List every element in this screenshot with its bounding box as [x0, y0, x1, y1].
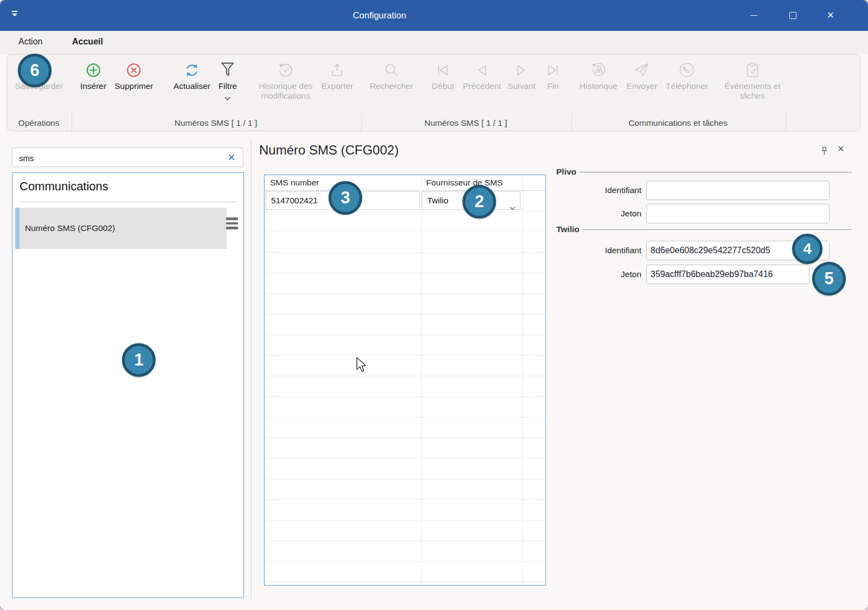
filter-button[interactable]: Filtre — [218, 59, 237, 102]
callout-badge-5: 5 — [812, 262, 846, 296]
selected-item-accent-bar — [15, 208, 20, 249]
minimize-button[interactable] — [741, 4, 766, 26]
twilio-group-title: Twilio — [556, 224, 580, 234]
tab-action[interactable]: Action — [18, 31, 42, 53]
twilio-identifiant-label: Identifiant — [555, 241, 641, 260]
group-rule — [580, 172, 852, 172]
sidebar-search-box: × — [12, 147, 243, 167]
item-menu-icon[interactable] — [226, 217, 238, 229]
refresh-button[interactable]: Actualiser — [173, 59, 210, 91]
export-button: Exporter — [322, 59, 353, 91]
events-tasks-button: Événements et tâches — [721, 59, 785, 101]
search-clear-icon[interactable]: × — [224, 149, 239, 165]
twilio-group: Twilio — [556, 224, 852, 234]
maximize-icon — [789, 12, 796, 19]
callout-badge-4: 4 — [792, 234, 822, 264]
delete-button[interactable]: Supprimer — [114, 59, 153, 91]
panel-close-button[interactable]: × — [835, 142, 847, 155]
filter-dropdown-chevron-icon[interactable] — [224, 93, 231, 102]
phone-button: Téléphoner — [666, 59, 708, 91]
group-rule — [583, 229, 852, 230]
sidebar-results-panel: Communications Numéro SMS (CFG002) — [12, 172, 244, 598]
window-title: Configuration — [0, 0, 759, 31]
funnel-icon — [221, 59, 234, 81]
previous-record-button: Précédent — [463, 59, 501, 91]
pin-icon[interactable] — [820, 146, 828, 158]
phone-icon — [679, 59, 695, 81]
search-records-button: Rechercher — [370, 59, 413, 91]
ribbon-group-caption: Numéros SMS [ 1 / 1 ] — [361, 117, 571, 129]
history-check-icon — [278, 59, 294, 81]
sms-numbers-table: SMS number Fournisseur de SMS 5147002421… — [264, 175, 546, 586]
plivo-identifiant-field[interactable] — [646, 181, 830, 200]
callout-badge-2: 2 — [462, 185, 496, 219]
history-items-icon — [590, 59, 607, 81]
skip-to-start-icon — [436, 59, 451, 81]
sidebar-item-numero-sms[interactable]: Numéro SMS (CFG002) — [15, 208, 227, 249]
combo-chevron-down-icon[interactable] — [510, 199, 516, 216]
plivo-group-title: Plivo — [556, 167, 576, 177]
first-record-button: Début — [432, 59, 454, 91]
next-record-button: Suivant — [507, 59, 536, 91]
twilio-jeton-field[interactable] — [646, 265, 809, 284]
communication-history-button: Historique — [580, 59, 618, 91]
plivo-jeton-field[interactable] — [646, 204, 830, 223]
callout-badge-1: 1 — [122, 343, 156, 377]
next-triangle-icon — [514, 59, 529, 81]
clipboard-check-icon — [745, 59, 760, 81]
plivo-group: Plivo — [556, 167, 852, 177]
configuration-window: Configuration × Action Accueil ? Sauvega… — [0, 0, 868, 610]
magnifier-icon — [384, 59, 399, 81]
maximize-button[interactable] — [780, 4, 805, 26]
plivo-jeton-label: Jeton — [555, 204, 641, 223]
plivo-identifiant-label: Identifiant — [555, 181, 641, 200]
refresh-icon — [184, 59, 200, 81]
callout-badge-6: 6 — [18, 54, 52, 87]
twilio-jeton-label: Jeton — [555, 265, 641, 284]
modification-history-button: Historique des modifications — [243, 59, 329, 101]
sidebar-item-label: Numéro SMS (CFG002) — [25, 208, 115, 249]
last-record-button: Fin — [546, 59, 561, 91]
provider-value: Twilio — [427, 196, 448, 205]
ribbon-group-caption: Numéros SMS [ 1 / 1 ] — [71, 117, 361, 129]
header-border — [265, 190, 545, 191]
panel-splitter[interactable] — [250, 139, 252, 599]
ribbon-group-caption: Opérations — [7, 117, 71, 129]
window-close-button[interactable]: × — [818, 4, 843, 26]
detail-page-title: Numéro SMS (CFG002) — [259, 143, 398, 158]
insert-button[interactable]: Insérer — [80, 59, 106, 91]
paper-plane-icon — [634, 59, 650, 81]
empty-rows-grid — [265, 211, 545, 585]
title-bar: Configuration × — [0, 0, 868, 31]
send-button: Envoyer — [627, 59, 658, 91]
ribbon-tab-strip: Action Accueil ? — [0, 31, 868, 54]
search-input[interactable] — [18, 150, 221, 166]
tab-accueil[interactable]: Accueil — [72, 31, 103, 53]
export-icon — [330, 59, 344, 81]
skip-to-end-icon — [546, 59, 561, 81]
ribbon-group-caption: Communications et tâches — [571, 117, 785, 129]
x-circle-icon — [127, 59, 142, 81]
callout-badge-3: 3 — [329, 181, 362, 215]
plus-circle-icon — [86, 59, 101, 81]
section-divider — [20, 202, 237, 202]
previous-triangle-icon — [474, 59, 489, 81]
minimize-icon — [750, 15, 757, 16]
mouse-cursor — [356, 357, 367, 375]
sidebar-section-title: Communications — [20, 179, 108, 194]
